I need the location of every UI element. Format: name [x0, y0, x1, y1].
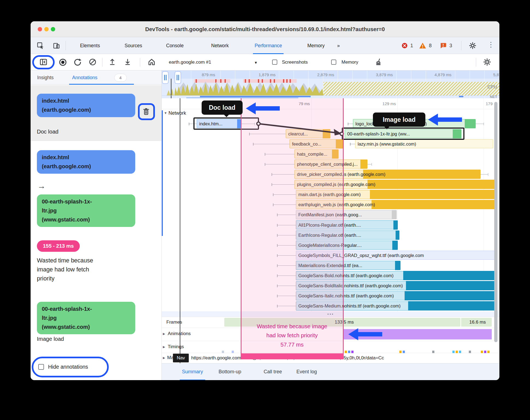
network-track-header[interactable]: ▼ Network — [164, 110, 186, 119]
network-request-bar[interactable]: GoogleSans-BoldItalic.nohints.ttf (earth… — [296, 281, 495, 290]
network-request-bar[interactable]: plugins_compiled.js (earth.google.com) — [295, 180, 495, 189]
annotation-entry-link[interactable]: index.html (earth.google.com) → 00-earth… — [31, 141, 161, 231]
hide-annotations-checkbox[interactable] — [38, 364, 44, 370]
performance-toolbar: earth.google.com #1 ▼ Screenshots Memory — [31, 54, 499, 70]
garbage-collect-icon[interactable] — [374, 58, 383, 67]
request-label: EarthIcons-Regular.otf (earth.... — [298, 232, 361, 238]
title-bar: DevTools - earth.google.com/static/multi… — [31, 21, 499, 37]
sidebar-tab-bar: Insights Annotations 4 — [31, 70, 161, 85]
network-request-bar[interactable]: All1PIcons-Regular.otf (earth.... — [296, 220, 397, 229]
capture-settings-gear-icon[interactable] — [483, 58, 492, 67]
animations-track-label[interactable]: Animations — [168, 331, 191, 336]
record-icon[interactable] — [58, 58, 67, 67]
annotation-entry-time-range[interactable]: 155 - 213 ms Wasted time because image h… — [31, 234, 161, 297]
network-request-bar[interactable]: GoogleSans-Bold.nohints.ttf (earth.googl… — [296, 271, 495, 280]
wasted-time-value: 57.77 ms — [243, 341, 341, 348]
network-waterfall: index.htm...logo_lockup.svg (earth.googl… — [162, 109, 499, 311]
network-request-bar[interactable]: clearcut... — [286, 129, 330, 138]
expand-triangle-icon[interactable]: ▶ — [163, 332, 165, 336]
tab-insights[interactable]: Insights — [37, 70, 54, 85]
request-label: plugins_compiled.js (earth.google.com) — [297, 182, 375, 187]
network-request-bar[interactable]: MaterialIcons-Extended.ttf (ea... — [296, 261, 400, 270]
request-label: All1PIcons-Regular.otf (earth.... — [298, 222, 361, 227]
network-request-bar[interactable]: EarthIcons-Regular.otf (earth.... — [296, 230, 399, 239]
entity-chip-index-html: index.html (earth.google.com) — [37, 150, 135, 174]
issues-count: 3 — [449, 37, 452, 54]
wasted-time-left-line — [241, 98, 242, 359]
inspect-icon[interactable] — [37, 42, 44, 49]
frame-duration-value: 16.6 ms — [461, 318, 494, 327]
upload-profile-icon[interactable] — [108, 58, 117, 67]
request-label: GoogleSymbols_FILL_GRAD_opsz_wght.ttf (e… — [298, 253, 424, 258]
settings-gear-icon[interactable] — [469, 42, 476, 49]
error-badge-icon[interactable] — [402, 43, 408, 49]
network-request-bar[interactable]: GoogleSans-Italic.nohints.ttf (earth.goo… — [296, 291, 495, 300]
request-label: earthplugin_web.js (earth.google.com) — [298, 202, 375, 207]
network-request-bar[interactable]: GoogleSymbols_FILL_GRAD_opsz_wght.ttf (e… — [296, 251, 495, 260]
network-request-bar[interactable]: hats_compile... — [295, 149, 338, 158]
bottom-tab-bottom-up[interactable]: Bottom-up — [219, 363, 241, 380]
tab-network[interactable]: Network — [211, 37, 229, 54]
ruler-label-129ms: 129 ms — [369, 98, 396, 109]
memory-checkbox[interactable] — [331, 60, 336, 65]
divider — [140, 58, 140, 67]
tab-annotations[interactable]: Annotations — [72, 70, 97, 85]
issues-badge-icon[interactable] — [440, 43, 446, 49]
network-request-bar[interactable]: earthplugin_web.js (earth.google.com) — [296, 200, 495, 209]
screenshots-checkbox[interactable] — [272, 60, 277, 65]
divider — [66, 41, 66, 50]
network-request-bar[interactable]: FontManifest.json (earth.goog... — [296, 210, 396, 219]
window-title: DevTools - earth.google.com/static/multi… — [31, 21, 499, 37]
divider — [476, 58, 476, 67]
tab-elements[interactable]: Elements — [80, 37, 100, 54]
chevron-down-icon[interactable]: ▼ — [254, 61, 258, 65]
annotation-entry-image-load[interactable]: 00-earth-splash-1x- ltr.jpg (www.gstatic… — [31, 297, 161, 363]
warning-count: 8 — [429, 37, 432, 54]
history-selector[interactable]: earth.google.com #1 — [169, 54, 211, 70]
network-request-bar[interactable]: GoogleSans-Medium.nohints.ttf (earth.goo… — [296, 301, 495, 310]
time-range-chip: 155 - 213 ms — [37, 240, 80, 252]
bottom-tab-call-tree[interactable]: Call tree — [264, 363, 282, 380]
bottom-tab-event-log[interactable]: Event log — [296, 363, 317, 380]
tab-sources[interactable]: Sources — [125, 37, 142, 54]
vertical-scrollbar[interactable] — [494, 102, 497, 342]
warning-badge-icon[interactable] — [419, 42, 426, 49]
network-request-bar[interactable]: lazy.min.js (www.gstatic.com) — [355, 139, 493, 148]
clear-icon[interactable] — [89, 58, 97, 67]
wasted-time-text: Wasted time because imagehad low fetch p… — [243, 322, 341, 340]
annotations-sidebar: Insights Annotations 4 index.html (earth… — [31, 70, 162, 380]
request-label: GoogleSans-Italic.nohints.ttf (earth.goo… — [298, 293, 394, 298]
network-request-bar[interactable]: feedback_co... — [290, 139, 343, 148]
annotation-entry-doc-load[interactable]: index.html (earth.google.com) Doc load — [31, 85, 161, 141]
network-request-bar[interactable]: phenotype_client_compiled.j... — [295, 159, 367, 168]
more-tabs-button[interactable]: » — [337, 37, 340, 54]
reload-record-icon[interactable] — [73, 58, 82, 67]
annotation-label: Image load — [37, 336, 64, 342]
network-request-bar[interactable]: main.dart.js (earth.google.com) — [296, 190, 495, 199]
network-request-bar[interactable]: GoogleMaterialIcons-Regular.... — [296, 241, 397, 250]
overview-window-handle-right[interactable] — [175, 72, 181, 84]
screenshots-label: Screenshots — [282, 54, 308, 70]
timings-track-label[interactable]: Timings — [168, 344, 184, 350]
expand-triangle-icon[interactable]: ▶ — [163, 356, 165, 360]
timeline-overview[interactable]: 879 ms1,879 ms2,879 ms3,879 ms4,879 ms5,… — [162, 70, 499, 98]
kebab-menu-icon[interactable]: ⋮ — [487, 40, 494, 49]
annotation-text: Wasted time because image had low fetch … — [37, 256, 138, 283]
main-track-url: https://earth.google.com/web/@0,-0.37330… — [191, 354, 499, 362]
expand-triangle-icon[interactable]: ▶ — [163, 345, 165, 349]
collapse-triangle-icon[interactable]: ▼ — [164, 111, 167, 115]
bottom-tab-bar: SummaryBottom-upCall treeEvent log — [162, 363, 499, 380]
overview-window-handle-left[interactable] — [162, 72, 168, 84]
download-profile-icon[interactable] — [123, 58, 132, 67]
hide-annotations-label: Hide annotations — [48, 364, 88, 370]
ruler-label-79ms: 79 ms — [282, 98, 310, 109]
tab-performance[interactable]: Performance — [255, 37, 282, 54]
bottom-tab-summary[interactable]: Summary — [182, 363, 203, 380]
network-track-label: Network — [169, 110, 186, 116]
home-icon[interactable] — [148, 58, 156, 67]
error-count: 1 — [410, 37, 413, 54]
tab-console[interactable]: Console — [166, 37, 184, 54]
network-request-bar[interactable]: drive_picker_compiled.js (earth.google.c… — [295, 170, 480, 179]
device-toolbar-icon[interactable] — [52, 42, 60, 49]
tab-memory[interactable]: Memory — [307, 37, 325, 54]
